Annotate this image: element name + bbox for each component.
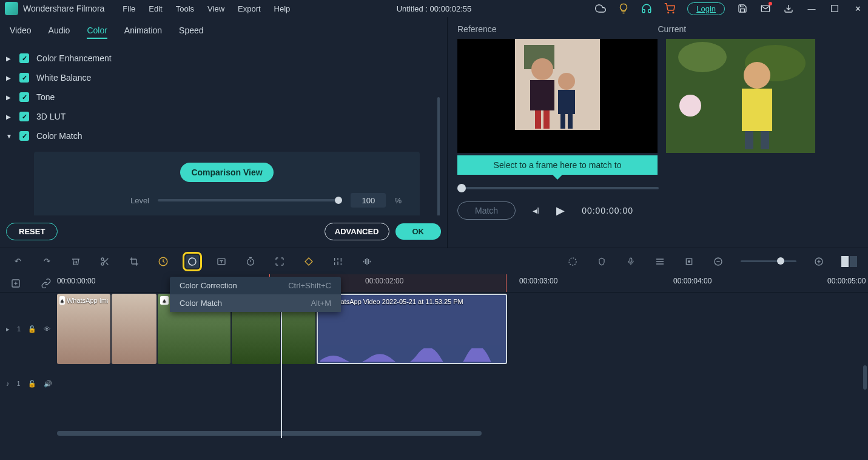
- option-color-enhancement[interactable]: ▶✓Color Enhancement: [5, 49, 442, 68]
- advanced-button[interactable]: ADVANCED: [325, 223, 389, 240]
- vertical-scroll-hint[interactable]: [863, 365, 867, 390]
- clip-image-1[interactable]: ▲WhatsApp Image 2022-0: [57, 294, 110, 364]
- horizontal-scrollbar[interactable]: [57, 431, 482, 436]
- option-3d-lut[interactable]: ▶✓3D LUT: [5, 107, 442, 126]
- audio-track-icon: ♪: [6, 380, 10, 387]
- checkbox-icon[interactable]: ✓: [19, 112, 29, 121]
- speed-icon[interactable]: [156, 255, 170, 268]
- audio-waveform: [320, 348, 507, 362]
- download-icon[interactable]: [783, 3, 794, 14]
- menu-edit[interactable]: Edit: [149, 4, 162, 13]
- tab-animation[interactable]: Animation: [124, 25, 162, 39]
- visibility-icon[interactable]: 👁: [44, 325, 50, 333]
- svg-rect-14: [568, 114, 573, 129]
- current-video[interactable]: [666, 39, 815, 153]
- color-panel: Video Audio Color Animation Speed ▶✓Colo…: [0, 17, 448, 248]
- panel-buttons: RESET ADVANCED OK: [0, 215, 447, 248]
- mail-icon[interactable]: [760, 3, 771, 14]
- svg-point-16: [678, 42, 727, 72]
- timer-icon[interactable]: [244, 255, 257, 268]
- clip-video-1[interactable]: ▶WhatsApp Video 2022-05-21 at 11.53.25 P…: [317, 294, 507, 364]
- option-tone[interactable]: ▶✓Tone: [5, 87, 442, 107]
- text-icon[interactable]: [215, 255, 228, 268]
- reference-video[interactable]: Select to a frame here to match to: [457, 39, 658, 153]
- maximize-icon[interactable]: [829, 3, 840, 14]
- delete-icon[interactable]: [69, 255, 82, 268]
- fullscreen-icon[interactable]: [273, 255, 286, 268]
- layout-toggle-icon[interactable]: [841, 256, 857, 267]
- checkbox-icon[interactable]: ✓: [19, 131, 29, 141]
- tab-speed[interactable]: Speed: [179, 25, 203, 39]
- snap-icon[interactable]: [682, 255, 696, 268]
- document-title: Untitled : 00:00:02:55: [397, 4, 472, 13]
- checkbox-icon[interactable]: ✓: [19, 73, 29, 83]
- menu-view[interactable]: View: [207, 4, 224, 13]
- reset-button[interactable]: RESET: [6, 223, 58, 240]
- timeline: ▸1 🔓 👁 ▲WhatsApp Image 2022-0 ▲WhatsApp …: [0, 293, 868, 438]
- ctx-color-match[interactable]: Color MatchAlt+M: [170, 294, 341, 312]
- link-icon[interactable]: [41, 279, 51, 288]
- preview-scrubber[interactable]: [457, 187, 659, 189]
- login-button[interactable]: Login: [687, 2, 725, 15]
- zoom-thumb[interactable]: [777, 257, 784, 265]
- checkbox-icon[interactable]: ✓: [19, 92, 29, 102]
- headset-icon[interactable]: [641, 3, 652, 14]
- option-color-match[interactable]: ▼✓Color Match: [5, 126, 442, 146]
- add-track-icon[interactable]: [11, 279, 21, 288]
- clip-image-1b[interactable]: [112, 294, 156, 364]
- zoom-out-icon[interactable]: [712, 255, 725, 268]
- slider-thumb[interactable]: [335, 197, 342, 204]
- svg-rect-13: [560, 114, 565, 129]
- minimize-icon[interactable]: —: [806, 3, 817, 14]
- preview-controls: Match ◂Ⅰ ▶ 00:00:00:00: [457, 201, 858, 220]
- tick-0: 00:00:00:00: [57, 277, 95, 285]
- lightbulb-icon[interactable]: [618, 3, 629, 14]
- crop-icon[interactable]: [127, 255, 141, 268]
- cart-icon[interactable]: [664, 3, 675, 14]
- comparison-view-button[interactable]: Comparison View: [180, 163, 273, 182]
- audio-icon[interactable]: [360, 255, 374, 268]
- cut-icon[interactable]: [98, 255, 112, 268]
- step-back-icon[interactable]: ◂Ⅰ: [533, 206, 539, 215]
- level-value[interactable]: 100: [351, 193, 386, 208]
- save-icon[interactable]: [737, 3, 748, 14]
- ctx-color-correction[interactable]: Color CorrectionCtrl+Shift+C: [170, 277, 341, 294]
- lock-icon[interactable]: 🔓: [28, 380, 36, 388]
- play-icon[interactable]: ▶: [556, 204, 565, 217]
- select-frame-hint: Select to a frame here to match to: [457, 155, 658, 175]
- menu-tools[interactable]: Tools: [176, 4, 194, 13]
- redo-icon[interactable]: ↷: [40, 255, 53, 268]
- zoom-slider[interactable]: [741, 260, 796, 262]
- preview-videos: Select to a frame here to match to: [457, 39, 858, 153]
- tab-audio[interactable]: Audio: [49, 25, 70, 39]
- marker-icon[interactable]: [595, 255, 608, 268]
- tab-video[interactable]: Video: [10, 25, 32, 39]
- cloud-icon[interactable]: [595, 3, 606, 14]
- mic-icon[interactable]: [624, 255, 638, 268]
- undo-icon[interactable]: ↶: [11, 255, 24, 268]
- scrubber-thumb[interactable]: [457, 184, 466, 192]
- checkbox-icon[interactable]: ✓: [19, 53, 29, 63]
- ok-button[interactable]: OK: [395, 223, 442, 240]
- adjust-icon[interactable]: [331, 255, 345, 268]
- menu-help[interactable]: Help: [274, 4, 291, 13]
- zoom-in-icon[interactable]: [812, 255, 826, 268]
- menu-export[interactable]: Export: [238, 4, 261, 13]
- toolbar-right: [566, 255, 857, 268]
- svg-rect-9: [535, 110, 541, 129]
- color-icon[interactable]: [186, 255, 199, 268]
- tab-color[interactable]: Color: [87, 25, 107, 39]
- lock-icon[interactable]: 🔓: [28, 325, 36, 333]
- mixer-icon[interactable]: [653, 255, 667, 268]
- playhead[interactable]: [281, 293, 282, 438]
- svg-point-24: [101, 263, 104, 265]
- close-icon[interactable]: ✕: [852, 3, 863, 14]
- scrollbar[interactable]: [437, 97, 440, 215]
- match-button[interactable]: Match: [457, 201, 516, 220]
- keyframe-icon[interactable]: [302, 255, 315, 268]
- option-white-balance[interactable]: ▶✓White Balance: [5, 68, 442, 87]
- mute-icon[interactable]: 🔊: [44, 380, 52, 388]
- render-icon[interactable]: [566, 255, 579, 268]
- menu-file[interactable]: File: [123, 4, 135, 13]
- level-slider[interactable]: [158, 199, 342, 201]
